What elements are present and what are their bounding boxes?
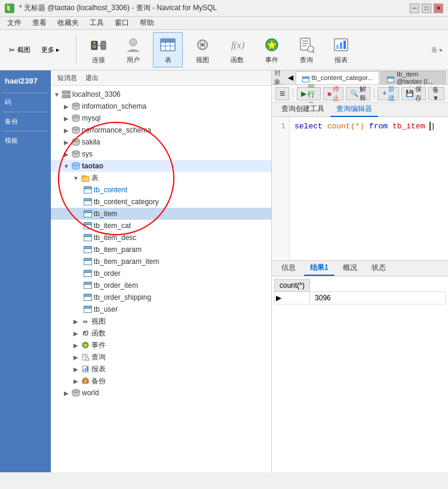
svg-point-36 (72, 115, 79, 118)
tab-content-category[interactable]: tb_content_categor... (296, 71, 380, 84)
db-information-schema[interactable]: ▶ information_schema (51, 100, 271, 112)
menu-tools[interactable]: 工具 (85, 17, 109, 29)
folder-events[interactable]: ▶ 事件 (51, 339, 271, 351)
folder-tables[interactable]: ▼ 表 (51, 172, 271, 184)
subtab-builder[interactable]: 查询创建工具 (275, 103, 330, 117)
menu-help[interactable]: 帮助 (135, 17, 159, 29)
stop-button[interactable]: ■ 停止 (323, 87, 343, 100)
result-tab-overview[interactable]: 概况 (337, 262, 363, 276)
table-tb-content-category[interactable]: tb_content_category (51, 196, 271, 208)
db-mysql[interactable]: ▶ mysql (51, 112, 271, 124)
server-localhost[interactable]: ▼ localhost_3306 (51, 88, 271, 100)
minimize-button[interactable]: ─ (410, 4, 419, 13)
table-row-icon (83, 221, 93, 230)
backup-item[interactable]: 备份 (2, 116, 48, 127)
db-sakila[interactable]: ▶ sakila (51, 136, 271, 148)
svg-rect-22 (302, 45, 306, 47)
code-item[interactable]: 码 (2, 97, 48, 108)
folder-reports[interactable]: ▶ 报表 (51, 363, 271, 375)
function-button[interactable]: f(x) 函数 (222, 32, 252, 67)
db-name: world (82, 389, 99, 397)
folder-backup[interactable]: ▶ 备份 (51, 375, 271, 387)
subtab-editor[interactable]: 查询编辑器 (330, 103, 378, 117)
explain-button[interactable]: 🔍 解释 (346, 87, 370, 100)
new-button[interactable]: ✦ 新建 (378, 87, 399, 100)
table-tb-order-item[interactable]: tb_order_item (51, 279, 271, 291)
db-performance-schema[interactable]: ▶ performance_schema (51, 124, 271, 136)
table-tb-item[interactable]: tb_item (51, 208, 271, 220)
result-tab-info[interactable]: 信息 (275, 262, 302, 276)
stop-label: 停止 (333, 85, 339, 103)
db-name: sakila (82, 138, 100, 146)
svg-rect-50 (84, 355, 87, 356)
run-button[interactable]: ▶ 运行 ▼ (297, 87, 321, 100)
db-world[interactable]: ▶ world (51, 387, 271, 399)
table-tb-user[interactable]: tb_user (51, 303, 271, 315)
folder-functions[interactable]: ▶ f0 函数 (51, 327, 271, 339)
db-name: performance_schema (82, 126, 151, 134)
subtab-editor-label: 查询编辑器 (336, 104, 372, 114)
table-tb-content[interactable]: tb_content (51, 184, 271, 196)
event-button[interactable]: 事件 (257, 32, 287, 67)
maximize-button[interactable]: □ (422, 4, 431, 13)
save-button[interactable]: 💾 保存 (401, 87, 426, 100)
table-tb-item-desc[interactable]: tb_item_desc (51, 232, 271, 244)
backup-btn[interactable]: 备 ▼ (428, 87, 444, 100)
menu-favorites[interactable]: 收藏夹 (53, 17, 84, 29)
table-name: tb_item_param_item (94, 257, 159, 266)
result-row-arrow: ▶ (275, 292, 310, 305)
close-button[interactable]: ✕ (434, 4, 443, 13)
hamburger-menu[interactable]: ≡ (275, 87, 289, 100)
result-table: count(*) ▶ 3096 (274, 279, 446, 305)
screenshot-button[interactable]: ✂ 截图 (5, 44, 35, 56)
nav-back-icon[interactable]: ◀ (288, 73, 293, 82)
result-tab-status[interactable]: 状态 (366, 262, 392, 276)
report-folder-icon (81, 364, 90, 374)
table-button[interactable]: 表 (153, 32, 183, 67)
table-tb-order-shipping[interactable]: tb_order_shipping (51, 291, 271, 303)
menu-file[interactable]: 文件 (2, 17, 26, 29)
menu-view[interactable]: 查看 (27, 17, 51, 29)
result-tab-status-label: 状态 (372, 263, 386, 273)
table-tb-item-cat[interactable]: tb_item_cat (51, 220, 271, 232)
folder-name: 视图 (91, 316, 106, 327)
explain-label: 解释 (360, 85, 366, 103)
query-folder-icon (81, 352, 90, 362)
user-button[interactable]: 用户 (118, 32, 148, 67)
result-col-header: count(*) (275, 279, 310, 292)
folder-views[interactable]: ▶ ∞ 视图 (51, 315, 271, 327)
view-button[interactable]: 视图 (188, 32, 217, 67)
title-bar: 🔰 * 无标题 @taotao (localhost_3306) - 查询 - … (0, 0, 448, 17)
code-content[interactable]: select count(*) from tb_item | (290, 117, 448, 260)
report-icon (332, 35, 351, 54)
table-tb-item-param[interactable]: tb_item_param (51, 244, 271, 256)
tab-item-query[interactable]: tb_item @taotao (l... (381, 71, 446, 84)
template-item[interactable]: 模板 (2, 135, 48, 146)
exit-btn[interactable]: 退出 (82, 72, 102, 84)
db-icon (71, 161, 81, 171)
more-button[interactable]: 更多 ▸ (37, 44, 64, 56)
db-name: mysql (82, 114, 100, 122)
result-row: ▶ 3096 (275, 292, 446, 305)
table-tb-order[interactable]: tb_order (51, 267, 271, 279)
db-sys[interactable]: ▶ sys (51, 148, 271, 160)
table-tb-item-param-item[interactable]: tb_item_param_item (51, 256, 271, 267)
folder-queries[interactable]: ▶ 查询 (51, 351, 271, 363)
result-tab-result1[interactable]: 结果1 (304, 262, 335, 276)
svg-rect-57 (87, 367, 88, 371)
db-taotao[interactable]: ▼ taotao (51, 160, 271, 172)
report-button[interactable]: 报表 (326, 32, 356, 67)
short-msg-btn[interactable]: 短消息 (54, 72, 80, 84)
svg-rect-5 (101, 41, 106, 50)
connect-button[interactable]: 连接 (84, 32, 113, 67)
window-controls[interactable]: ─ □ ✕ (410, 4, 443, 13)
svg-point-34 (72, 103, 79, 106)
table-row-icon (83, 281, 93, 290)
save-label: 保存 (415, 85, 422, 103)
menu-window[interactable]: 窗口 (110, 17, 134, 29)
query-button[interactable]: 查询 (291, 32, 321, 67)
svg-point-62 (72, 390, 79, 393)
query-label: 查询 (300, 56, 313, 64)
function-icon: f(x) (228, 35, 247, 54)
toggle-icon: ▶ (72, 342, 79, 349)
